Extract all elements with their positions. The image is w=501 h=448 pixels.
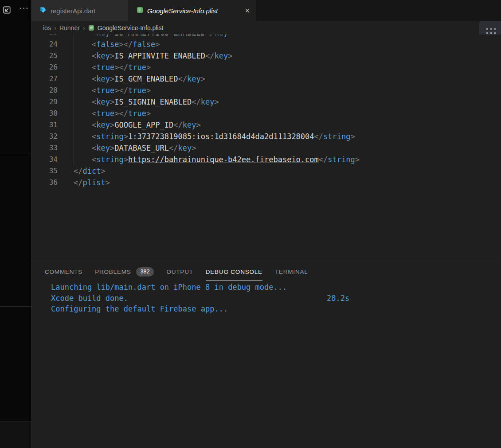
code-text: <true></true> [58, 85, 151, 96]
code-token: < [92, 74, 96, 83]
code-token: false [133, 40, 155, 49]
code-token: > [110, 97, 114, 106]
sidebar-footer-area [0, 421, 31, 448]
panel-tab-terminal[interactable]: TERMINAL [275, 267, 308, 280]
line-number[interactable]: 24 [31, 39, 58, 50]
code-line[interactable]: 31<key>GOOGLE_APP_ID</key> [31, 119, 501, 131]
code-line[interactable]: 36</plist> [31, 177, 501, 188]
line-number[interactable]: 31 [31, 119, 58, 131]
code-token: key [214, 35, 228, 37]
code-token: > [196, 121, 200, 129]
code-line[interactable]: 35</dict> [31, 165, 501, 177]
line-number[interactable]: 34 [31, 154, 58, 165]
code-line[interactable]: 34<string>https://bahrainunique-b42ee.fi… [31, 154, 501, 165]
line-number[interactable]: 36 [31, 177, 58, 188]
tab-registerapi-dart[interactable]: registerApi.dart [31, 0, 128, 21]
code-token: > [101, 167, 105, 175]
panel-tab-label: OUTPUT [166, 269, 193, 275]
console-text: Launching lib/main.dart on iPhone 8 in d… [51, 283, 287, 292]
line-number[interactable]: 23 [31, 35, 58, 39]
vscode-window: ··· registerApi.dart GoogleService- [0, 0, 501, 448]
code-text: <key>IS_APPINVITE_ENABLED</key> [58, 50, 232, 62]
code-token: < [92, 63, 96, 72]
more-actions-icon[interactable]: ··· [20, 4, 29, 12]
breadcrumb: ios › Runner › GoogleService-Info.plist [31, 21, 479, 35]
panel-tab-bar: COMMENTSPROBLEMS382OUTPUTDEBUG CONSOLETE… [45, 267, 308, 280]
code-token: dict [82, 167, 101, 175]
code-token: < [92, 40, 96, 49]
line-number[interactable]: 35 [31, 165, 58, 177]
code-token: > [228, 51, 232, 60]
sidebar-divider [0, 306, 31, 307]
code-token: > [124, 155, 128, 164]
code-token: < [92, 121, 96, 129]
code-line[interactable]: 25<key>IS_APPINVITE_ENABLED</key> [31, 50, 501, 62]
line-number[interactable]: 32 [31, 131, 58, 142]
code-token: > [192, 144, 196, 152]
indent-guide [74, 35, 74, 166]
code-token: </ [169, 144, 178, 152]
code-token: < [92, 35, 96, 37]
code-line[interactable]: 28<true></true> [31, 85, 501, 96]
code-line[interactable]: 33<key>DATABASE_URL</key> [31, 142, 501, 154]
chevron-right-icon: › [54, 24, 56, 31]
code-token: > [201, 74, 205, 83]
open-window-icon[interactable] [2, 5, 12, 17]
code-token: </ [319, 155, 328, 164]
panel-tab-output[interactable]: OUTPUT [166, 267, 193, 280]
code-token: true [96, 109, 114, 118]
code-token: 1:373723819085:ios:1d31684d4da2d11132800… [128, 132, 314, 141]
console-text: Configuring the default Firebase app... [51, 304, 228, 313]
code-line[interactable]: 30<true></true> [31, 108, 501, 119]
code-token: string [96, 155, 123, 164]
code-token: ></ [119, 40, 133, 49]
panel-tab-comments[interactable]: COMMENTS [45, 267, 82, 280]
line-number[interactable]: 29 [31, 96, 58, 108]
code-line[interactable]: 32<string>1:373723819085:ios:1d31684d4da… [31, 131, 501, 142]
code-text: <true></true> [58, 108, 151, 119]
code-text: <key>IS_ANALYTICS_ENABLED</key> [58, 35, 232, 39]
debug-console-output[interactable]: Launching lib/main.dart on iPhone 8 in d… [51, 282, 490, 315]
breadcrumb-item-ios[interactable]: ios [43, 24, 51, 31]
code-token: > [228, 35, 232, 37]
code-token: true [128, 63, 146, 72]
breadcrumb-item-runner[interactable]: Runner [59, 24, 80, 31]
dart-icon [40, 7, 47, 15]
tab-googleservice-info-plist[interactable]: GoogleService-Info.plist × [128, 0, 256, 21]
code-token: false [96, 40, 119, 49]
code-text: <key>DATABASE_URL</key> [58, 142, 196, 154]
code-token: ></ [114, 109, 128, 118]
code-token: > [214, 97, 219, 106]
breadcrumb-item-file[interactable]: GoogleService-Info.plist [98, 24, 164, 31]
left-sidebar-strip: ··· [0, 0, 31, 448]
line-number[interactable]: 33 [31, 142, 58, 154]
panel-tab-problems[interactable]: PROBLEMS382 [95, 267, 154, 280]
line-number[interactable]: 28 [31, 85, 58, 96]
panel-tab-debug-console[interactable]: DEBUG CONSOLE [206, 267, 262, 280]
panel-tab-label: DEBUG CONSOLE [206, 269, 262, 275]
console-line: Configuring the default Firebase app... [51, 304, 490, 315]
code-token: </ [178, 74, 187, 83]
code-editor[interactable]: 23<key>IS_ANALYTICS_ENABLED</key>24<fals… [31, 35, 501, 260]
code-line[interactable]: 23<key>IS_ANALYTICS_ENABLED</key> [31, 35, 501, 39]
code-text: </plist> [58, 177, 110, 188]
code-token: </ [205, 51, 214, 60]
url-link[interactable]: https://bahrainunique-b42ee.firebaseio.c… [128, 155, 319, 164]
editor-tab-bar: registerApi.dart GoogleService-Info.plis… [31, 0, 501, 21]
line-number[interactable]: 27 [31, 73, 58, 85]
code-line[interactable]: 29<key>IS_SIGNIN_ENABLED</key> [31, 96, 501, 108]
code-line[interactable]: 24<false></false> [31, 39, 501, 50]
close-icon[interactable]: × [244, 7, 250, 15]
panel-tab-label: TERMINAL [275, 269, 308, 275]
line-number[interactable]: 26 [31, 62, 58, 73]
line-number[interactable]: 30 [31, 108, 58, 119]
code-line[interactable]: 26<true></true> [31, 62, 501, 73]
code-text: <string>https://bahrainunique-b42ee.fire… [58, 154, 360, 165]
code-text: <key>GOOGLE_APP_ID</key> [58, 119, 201, 131]
code-token: > [106, 178, 110, 187]
code-token: key [96, 74, 110, 83]
code-token: < [92, 97, 96, 106]
sidebar-divider [0, 153, 31, 153]
line-number[interactable]: 25 [31, 50, 58, 62]
code-line[interactable]: 27<key>IS_GCM_ENABLED</key> [31, 73, 501, 85]
